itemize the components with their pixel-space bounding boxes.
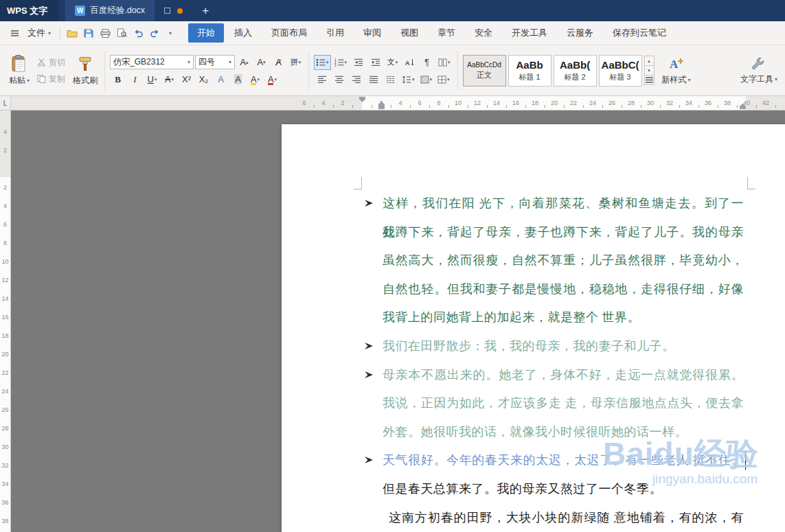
- menu-tab-cloud-service[interactable]: 云服务: [558, 23, 602, 43]
- style-normal[interactable]: AaBbCcDd正文: [463, 55, 506, 86]
- show-marks-button[interactable]: ¶: [419, 55, 435, 70]
- phonetic-button[interactable]: 拼▾: [288, 55, 304, 70]
- styles-scroll-down-icon[interactable]: ▾: [644, 65, 655, 76]
- superscript-button[interactable]: X²: [179, 72, 194, 87]
- subscript-button[interactable]: X₂: [196, 72, 212, 87]
- copy-button[interactable]: 复制: [34, 73, 68, 86]
- align-right-button[interactable]: [348, 72, 364, 87]
- align-justify-button[interactable]: [365, 72, 381, 87]
- ruler-number: 12: [0, 277, 10, 284]
- format-painter-button[interactable]: 格式刷: [68, 47, 102, 94]
- redo-button[interactable]: [146, 25, 163, 41]
- undo-button[interactable]: [130, 25, 146, 41]
- paste-button[interactable]: 粘贴▾: [4, 47, 34, 94]
- text-line: 虽然高大，然而很瘦，自然不算重；儿子虽然很胖，毕竟幼小，: [383, 246, 744, 275]
- new-style-button[interactable]: A 新样式▾: [657, 47, 696, 94]
- paragraph[interactable]: 母亲本不愿出来的。她老了，身体不好，走远一点就觉得很累。我说，正因为如此，才应该…: [383, 361, 744, 447]
- font-family-select[interactable]: 仿宋_GB2312 ▾: [110, 55, 194, 69]
- document-tab[interactable]: W 百度经验.docx: [65, 0, 155, 21]
- wrench-icon: [751, 56, 766, 71]
- decrease-indent-button[interactable]: [350, 55, 366, 70]
- tab-stop-selector[interactable]: L: [0, 96, 11, 111]
- numbering-button[interactable]: 123▾: [332, 55, 350, 70]
- vertical-ruler[interactable]: 422468101214161820222426283032343638: [0, 111, 11, 532]
- strikethrough-button[interactable]: A▾: [161, 72, 177, 87]
- highlight-button[interactable]: A▾: [247, 72, 263, 87]
- left-indent-marker[interactable]: [378, 106, 385, 109]
- paragraph[interactable]: 我们在田野散步：我，我的母亲，我的妻子和儿子。: [383, 332, 744, 361]
- ruler-number: 22: [0, 369, 10, 376]
- quick-toolbar-dropdown-icon[interactable]: ▾: [163, 25, 178, 41]
- char-shading-button[interactable]: A: [230, 72, 246, 87]
- save-icon[interactable]: [80, 25, 97, 41]
- cut-button[interactable]: 剪切: [34, 56, 68, 69]
- ruler-number: 14: [0, 295, 10, 302]
- text-line: 天气很好。今年的春天来的太迟，太迟了。有一些老人 挺不住。: [383, 446, 744, 475]
- ribbon-tabs: 开始插入页面布局引用审阅视图章节安全开发工具云服务保存到云笔记: [187, 23, 676, 43]
- ruler-number: 6: [0, 221, 10, 228]
- asian-layout-button[interactable]: 文▾: [385, 55, 400, 70]
- document-tab-title: 百度经验.docx: [90, 5, 145, 16]
- clear-format-button[interactable]: A: [271, 55, 286, 70]
- align-distribute-button[interactable]: [383, 72, 398, 87]
- paragraph[interactable]: 天气很好。今年的春天来的太迟，太迟了。有一些老人 挺不住。但是春天总算来了。我的…: [383, 446, 744, 503]
- format-painter-label: 格式刷: [73, 75, 98, 86]
- style-heading-1[interactable]: AaBb标题 1: [508, 55, 551, 86]
- italic-button[interactable]: I: [127, 72, 143, 87]
- restore-window-icon[interactable]: [164, 8, 170, 14]
- columns-button[interactable]: ▾: [436, 55, 453, 70]
- line-spacing-button[interactable]: ▾: [400, 72, 417, 87]
- new-tab-button[interactable]: +: [198, 3, 213, 19]
- increase-indent-button[interactable]: [367, 55, 383, 70]
- new-style-icon: A: [668, 56, 685, 72]
- paragraph[interactable]: 这南方初春的田野，大块小块的新绿随 意地铺着，有的浓，有: [383, 504, 744, 532]
- menu-tab-developer-tools[interactable]: 开发工具: [503, 23, 556, 43]
- font-group: 仿宋_GB2312 ▾ 四号 ▾ A▴A▾A拼▾ BIU▾A▾X²X₂AAA▾A…: [107, 47, 306, 94]
- menu-tab-references[interactable]: 引用: [317, 23, 353, 43]
- text-line: 母亲本不愿出来的。她老了，身体不好，走远一点就觉得很累。: [383, 361, 744, 390]
- text-line: 自然也轻。但我和妻子都是慢慢地，稳稳地，走得很仔细，好像: [383, 275, 744, 304]
- text-effects-button[interactable]: A: [213, 72, 229, 87]
- menu-tab-home[interactable]: 开始: [188, 23, 224, 43]
- open-icon[interactable]: [64, 25, 80, 41]
- bullets-button[interactable]: ▾: [314, 55, 331, 70]
- grow-font-button[interactable]: A▴: [236, 55, 252, 70]
- align-center-button[interactable]: [331, 72, 347, 87]
- font-size-select[interactable]: 四号 ▾: [195, 55, 235, 69]
- hamburger-menu-icon[interactable]: [7, 25, 22, 41]
- style-heading-3[interactable]: AaBbC(标题 3: [599, 55, 642, 86]
- borders-button[interactable]: ▾: [435, 72, 452, 87]
- cut-label: 剪切: [49, 57, 65, 69]
- menu-tab-review[interactable]: 审阅: [354, 23, 390, 43]
- shrink-font-button[interactable]: A▾: [253, 55, 269, 70]
- align-left-button[interactable]: [314, 72, 330, 87]
- document-text-area[interactable]: 这样，我们在阳 光下，向着那菜花、桑树和鱼塘走去。到了一处，我蹲下来，背起了母亲…: [282, 189, 785, 532]
- menu-tab-security[interactable]: 安全: [466, 23, 501, 43]
- text-tool-button[interactable]: 文字工具▾: [736, 47, 782, 94]
- horizontal-ruler[interactable]: 6422468101214161820222426283032343638404…: [0, 96, 785, 111]
- file-menu[interactable]: 文件 ▾: [22, 24, 56, 42]
- menu-tab-insert[interactable]: 插入: [225, 23, 261, 43]
- styles-more-icon[interactable]: [644, 75, 655, 85]
- menu-tab-section[interactable]: 章节: [429, 23, 464, 43]
- underline-button[interactable]: U▾: [144, 72, 160, 87]
- preview-icon[interactable]: [113, 25, 130, 41]
- paragraph[interactable]: 这样，我们在阳 光下，向着那菜花、桑树和鱼塘走去。到了一处，我蹲下来，背起了母亲…: [383, 189, 744, 332]
- styles-scroll-up-icon[interactable]: ▴: [644, 56, 655, 66]
- document-page[interactable]: 这样，我们在阳 光下，向着那菜花、桑树和鱼塘走去。到了一处，我蹲下来，背起了母亲…: [282, 124, 785, 532]
- text-line: 我们在田野散步：我，我的母亲，我的妻子和儿子。: [383, 332, 744, 361]
- menu-tab-view[interactable]: 视图: [391, 23, 427, 43]
- ruler-number: 2: [0, 147, 10, 154]
- new-style-label: 新样式: [662, 74, 687, 86]
- ruler-number: 30: [0, 443, 10, 450]
- bold-button[interactable]: B: [110, 72, 126, 87]
- print-icon[interactable]: [97, 25, 113, 41]
- font-color-button[interactable]: A▾: [264, 72, 280, 87]
- menu-tab-page-layout[interactable]: 页面布局: [262, 23, 316, 43]
- app-logo[interactable]: WPS 文字: [0, 0, 58, 21]
- styles-gallery: AaBbCcDd正文AaBb标题 1AaBb(标题 2AaBbC(标题 3 ▴ …: [460, 47, 657, 94]
- sort-button[interactable]: A: [402, 55, 418, 70]
- shading-button[interactable]: ▾: [418, 72, 435, 87]
- style-heading-2[interactable]: AaBb(标题 2: [554, 55, 597, 86]
- menu-tab-save-to-cloud-notes[interactable]: 保存到云笔记: [604, 23, 675, 43]
